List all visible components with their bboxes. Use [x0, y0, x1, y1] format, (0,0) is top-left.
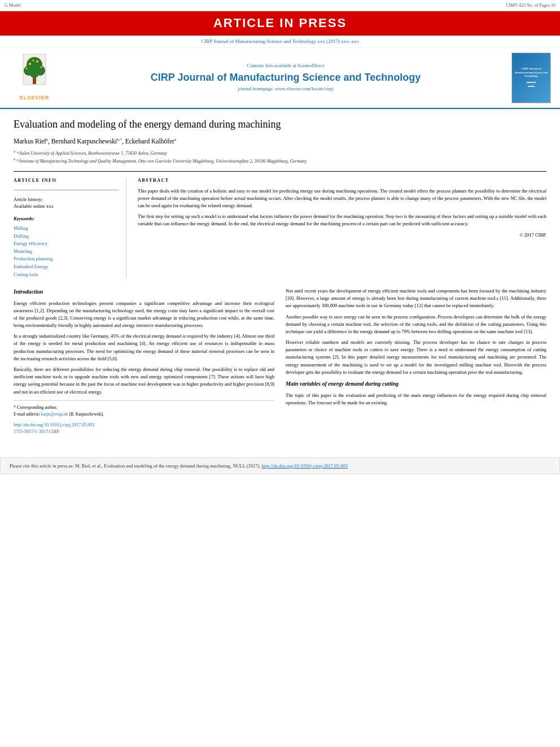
author-sup-a2: a — [174, 137, 176, 142]
email-link[interactable]: karpu@ovgu.de — [41, 412, 68, 417]
svg-point-9 — [26, 68, 28, 69]
journal-title-block: Contents lists available at ScienceDirec… — [69, 63, 502, 93]
abstract-col: ABSTRACT This paper deals with the creat… — [138, 177, 546, 278]
introduction-title: Introduction — [14, 287, 274, 296]
keyword-milling: Milling — [14, 225, 119, 233]
keywords-list: Milling Drilling Energy efficiency Model… — [14, 225, 119, 278]
citation-bar: Please cite this article in press as: M.… — [0, 457, 560, 475]
svg-point-5 — [30, 69, 39, 78]
body-right-para-3: However reliable numbers and models are … — [286, 339, 546, 376]
main-vars-para-1: The topic of this paper is the evaluatio… — [286, 392, 546, 407]
body-right-col: Not until recent years the development o… — [286, 287, 546, 436]
divider-1 — [14, 190, 119, 190]
authors-line: Markus Riefa, Bernhard Karpuschewskib,*,… — [14, 137, 546, 146]
article-info-abstract-section: ARTICLE INFO Article history: Available … — [14, 171, 546, 278]
svg-point-6 — [29, 63, 31, 65]
abstract-text: This paper deals with the creation of a … — [138, 187, 546, 228]
journal-title: CIRP Journal of Manufacturing Science an… — [69, 71, 502, 85]
keyword-embodied-energy: Embodied Energy — [14, 263, 119, 271]
body-left-col: Introduction Energy efficient production… — [14, 287, 274, 436]
doi-bar: http://dx.doi.org/10.1016/j.cirpj.2017.0… — [14, 422, 274, 436]
homepage-url[interactable]: www.elsevier.com/locate/cirpj — [275, 86, 333, 91]
elsevier-logo-block: ELSEVIER — [9, 54, 60, 102]
elsevier-wordmark: ELSEVIER — [20, 94, 50, 102]
keyword-production-planning: Production planning — [14, 255, 119, 263]
article-info-col: ARTICLE INFO Article history: Available … — [14, 177, 126, 278]
body-right-para-2: Another possible way to save energy can … — [286, 313, 546, 336]
top-bar: G Model CIRPJ 423 No. of Pages 10 — [0, 0, 560, 11]
body-right-para-1: Not until recent years the development o… — [286, 287, 546, 310]
article-title: Evaluation and modeling of the energy de… — [14, 118, 546, 131]
abstract-header: ABSTRACT — [138, 177, 546, 184]
corresponding-note: * Corresponding author. — [14, 404, 274, 411]
footnote-area: * Corresponding author. E-mail address: … — [14, 400, 274, 417]
article-info-header: ARTICLE INFO — [14, 177, 119, 184]
keyword-energy-efficiency: Energy efficiency — [14, 240, 119, 248]
svg-point-8 — [33, 60, 34, 62]
available-online: Available online xxx — [14, 203, 119, 210]
journal-link[interactable]: CIRP Journal of Manufacturing Science an… — [201, 38, 359, 44]
keyword-modeling: Modeling — [14, 248, 119, 256]
g-model-label: G Model — [5, 2, 21, 8]
journal-link-bar: CIRP Journal of Manufacturing Science an… — [0, 36, 560, 48]
citation-doi-link[interactable]: http://dx.doi.org/10.1016/j.cirpj.2017.0… — [262, 463, 348, 469]
affiliation-a: a ᵃ Aalen University of Applied Sciences… — [14, 149, 546, 157]
body-section: Introduction Energy efficient production… — [14, 287, 546, 436]
copyright-notice: © 2017 CIRP. — [138, 232, 546, 239]
article-in-press-banner: ARTICLE IN PRESS — [0, 11, 560, 36]
journal-code: CIRPJ 423 No. of Pages 10 — [506, 2, 555, 8]
main-content: Evaluation and modeling of the energy de… — [0, 109, 560, 452]
abstract-para-1: This paper deals with the creation of a … — [138, 187, 546, 210]
issn: 1755-5817/© 2017 CIRP. — [14, 429, 274, 435]
email-note: E-mail address: karpu@ovgu.de (B. Karpus… — [14, 411, 274, 417]
journal-homepage: journal homepage: www.elsevier.com/locat… — [69, 86, 502, 93]
intro-para-2: In a strongly industrialized country lik… — [14, 333, 274, 362]
citation-text: Please cite this article in press as: M.… — [10, 463, 260, 469]
affiliation-b: b ᵇ Institute of Manufacturing Technolog… — [14, 157, 546, 165]
keyword-drilling: Drilling — [14, 233, 119, 241]
intro-para-3: Basically, there are different possibili… — [14, 366, 274, 396]
main-variables-title: Main variables of energy demand during c… — [286, 379, 546, 388]
intro-para-1: Energy efficient production technologies… — [14, 300, 274, 330]
svg-rect-1 — [33, 77, 36, 84]
keyword-cutting-tools: Cutting tools — [14, 271, 119, 279]
author-sup-a: a — [46, 137, 48, 142]
sciencedirect-link[interactable]: ScienceDirect — [298, 63, 325, 68]
article-history: Article history: Available online xxx — [14, 196, 119, 211]
abstract-para-2: The first step for setting up such a mod… — [138, 213, 546, 228]
journal-cover-image: CIRP Journal of Manufacturing Science an… — [511, 53, 551, 103]
author-sup-b: b,* — [117, 137, 122, 142]
svg-point-10 — [41, 67, 42, 68]
history-label: Article history: — [14, 196, 119, 203]
keywords-label: Keywords: — [14, 216, 119, 222]
svg-point-7 — [36, 60, 38, 63]
contents-note: Contents lists available at ScienceDirec… — [69, 63, 502, 69]
elsevier-tree-icon — [18, 54, 51, 93]
doi-link[interactable]: http://dx.doi.org/10.1016/j.cirpj.2017.0… — [14, 422, 94, 427]
journal-header: ELSEVIER Contents lists available at Sci… — [0, 48, 560, 109]
affiliations: a ᵃ Aalen University of Applied Sciences… — [14, 149, 546, 164]
